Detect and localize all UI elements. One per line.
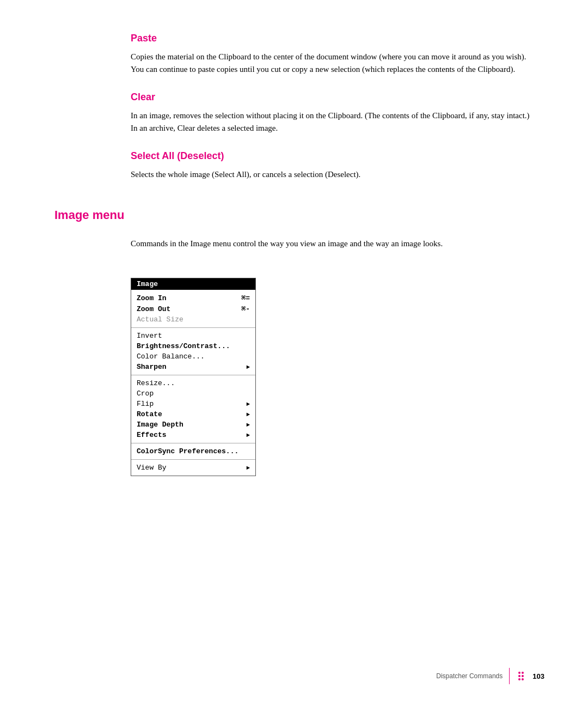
menu-item-brightness-label: Brightness/Contrast... bbox=[137, 342, 230, 350]
menu-item-effects-arrow: ► bbox=[246, 432, 250, 439]
image-menu-heading: Image menu bbox=[0, 208, 588, 222]
image-menu-body: Commands in the Image menu control the w… bbox=[131, 238, 534, 250]
image-menu-content: Commands in the Image menu control the w… bbox=[0, 238, 588, 488]
footer-dot-1 bbox=[518, 672, 520, 674]
menu-group-zoom: Zoom In ⌘= Zoom Out ⌘- Actual Size bbox=[131, 290, 255, 328]
clear-section: Clear In an image, removes the selection… bbox=[0, 92, 588, 134]
menu-item-rotate-arrow: ► bbox=[246, 411, 250, 418]
menu-item-effects[interactable]: Effects ► bbox=[131, 430, 255, 440]
menu-item-sharpen-label: Sharpen bbox=[137, 363, 167, 371]
page: Paste Copies the material on the Clipboa… bbox=[0, 0, 588, 706]
footer-dot-row-1 bbox=[518, 672, 524, 674]
footer: Dispatcher Commands 103 bbox=[436, 668, 544, 684]
menu-item-color-balance-label: Color Balance... bbox=[137, 352, 205, 361]
menu-item-flip-arrow: ► bbox=[246, 401, 250, 407]
menu-item-flip[interactable]: Flip ► bbox=[131, 399, 255, 409]
menu-item-view-by-arrow: ► bbox=[246, 465, 250, 471]
footer-dot-row-2 bbox=[518, 675, 524, 677]
menu-group-transform: Resize... Crop Flip ► Rotate ► Image Dep bbox=[131, 375, 255, 443]
image-menu-screenshot: Image Zoom In ⌘= Zoom Out ⌘- Actual Size bbox=[131, 278, 256, 476]
image-menu-section: Image menu Commands in the Image menu co… bbox=[0, 208, 588, 488]
menu-item-actual-size-label: Actual Size bbox=[137, 315, 183, 324]
clear-body: In an image, removes the selection witho… bbox=[131, 109, 534, 134]
menu-item-image-depth[interactable]: Image Depth ► bbox=[131, 419, 255, 430]
menu-item-crop[interactable]: Crop bbox=[131, 388, 255, 399]
footer-dot-4 bbox=[522, 675, 524, 677]
menu-item-invert-label: Invert bbox=[137, 332, 162, 340]
footer-text: Dispatcher Commands bbox=[436, 672, 503, 680]
footer-dots bbox=[518, 672, 524, 680]
menu-group-adjust: Invert Brightness/Contrast... Color Bala… bbox=[131, 328, 255, 375]
menu-item-zoom-out-label: Zoom Out bbox=[137, 305, 170, 313]
menu-item-effects-label: Effects bbox=[137, 431, 167, 439]
menu-item-zoom-in-shortcut: ⌘= bbox=[241, 294, 250, 302]
menu-item-colorsync-label: ColorSync Preferences... bbox=[137, 447, 238, 455]
menu-item-rotate-label: Rotate bbox=[137, 410, 162, 418]
menu-item-resize-label: Resize... bbox=[137, 379, 175, 387]
menu-item-image-depth-arrow: ► bbox=[246, 422, 250, 428]
paste-heading: Paste bbox=[131, 33, 534, 44]
footer-dot-5 bbox=[518, 678, 520, 680]
menu-item-zoom-out[interactable]: Zoom Out ⌘- bbox=[131, 303, 255, 314]
menu-title-label: Image bbox=[137, 280, 158, 288]
menu-item-brightness[interactable]: Brightness/Contrast... bbox=[131, 341, 255, 351]
select-all-heading: Select All (Deselect) bbox=[131, 150, 534, 162]
footer-dot-row-3 bbox=[518, 678, 524, 680]
clear-heading: Clear bbox=[131, 92, 534, 103]
menu-item-actual-size: Actual Size bbox=[131, 314, 255, 325]
footer-dot-6 bbox=[522, 678, 524, 680]
menu-item-color-balance[interactable]: Color Balance... bbox=[131, 351, 255, 362]
menu-item-zoom-in-label: Zoom In bbox=[137, 294, 167, 302]
menu-item-rotate[interactable]: Rotate ► bbox=[131, 409, 255, 419]
menu-item-view-by[interactable]: View By ► bbox=[131, 462, 255, 473]
menu-title-bar: Image bbox=[131, 278, 255, 290]
footer-dot-2 bbox=[522, 672, 524, 674]
menu-item-zoom-in[interactable]: Zoom In ⌘= bbox=[131, 293, 255, 303]
select-all-body: Selects the whole image (Select All), or… bbox=[131, 168, 534, 181]
menu-item-crop-label: Crop bbox=[137, 389, 154, 398]
menu-item-invert[interactable]: Invert bbox=[131, 331, 255, 341]
menu-group-colorsync: ColorSync Preferences... bbox=[131, 443, 255, 460]
menu-item-sharpen[interactable]: Sharpen ► bbox=[131, 362, 255, 372]
footer-separator bbox=[509, 668, 510, 684]
menu-item-zoom-out-shortcut: ⌘- bbox=[241, 305, 250, 313]
menu-item-image-depth-label: Image Depth bbox=[137, 421, 183, 429]
menu-group-viewby: View By ► bbox=[131, 460, 255, 476]
footer-page-number: 103 bbox=[532, 672, 544, 680]
paste-section: Paste Copies the material on the Clipboa… bbox=[0, 33, 588, 75]
select-all-section: Select All (Deselect) Selects the whole … bbox=[0, 150, 588, 181]
menu-item-flip-label: Flip bbox=[137, 400, 154, 408]
menu-item-colorsync[interactable]: ColorSync Preferences... bbox=[131, 446, 255, 457]
menu-item-resize[interactable]: Resize... bbox=[131, 378, 255, 388]
paste-body: Copies the material on the Clipboard to … bbox=[131, 51, 534, 75]
menu-item-sharpen-arrow: ► bbox=[246, 364, 250, 370]
menu-item-view-by-label: View By bbox=[137, 464, 167, 472]
footer-dot-3 bbox=[518, 675, 520, 677]
